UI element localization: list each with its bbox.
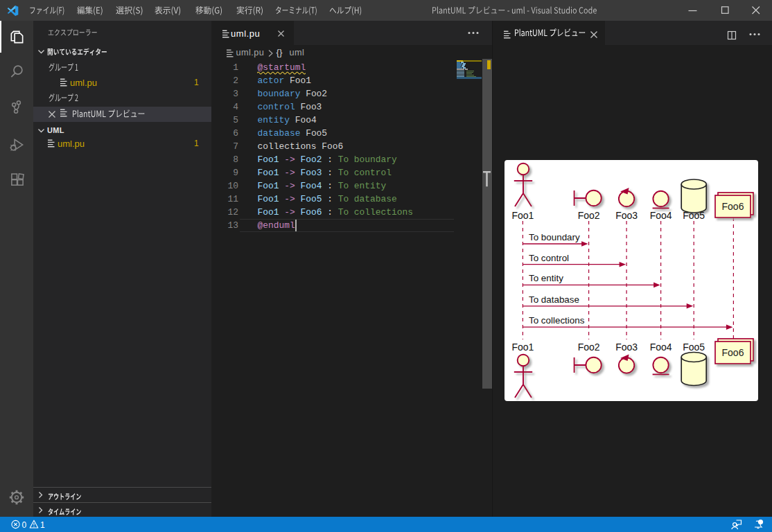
svg-text:Foo3: Foo3 <box>615 342 638 353</box>
svg-text:Foo6: Foo6 <box>722 347 744 358</box>
svg-text:To collections: To collections <box>529 315 585 326</box>
svg-text:Foo2: Foo2 <box>578 210 600 221</box>
svg-text:Foo3: Foo3 <box>615 210 638 221</box>
svg-text:To database: To database <box>529 294 579 305</box>
svg-text:Foo2: Foo2 <box>578 342 600 353</box>
svg-text:Foo6: Foo6 <box>722 201 744 212</box>
svg-text:To control: To control <box>529 253 569 263</box>
svg-text:Foo5: Foo5 <box>683 342 705 353</box>
svg-text:Foo4: Foo4 <box>650 342 672 353</box>
svg-text:Foo1: Foo1 <box>511 342 534 353</box>
svg-text:To entity: To entity <box>529 273 563 283</box>
svg-text:To boundary: To boundary <box>529 232 580 242</box>
svg-text:Foo1: Foo1 <box>511 210 534 221</box>
svg-text:Foo5: Foo5 <box>683 210 705 221</box>
svg-text:Foo4: Foo4 <box>650 210 672 221</box>
